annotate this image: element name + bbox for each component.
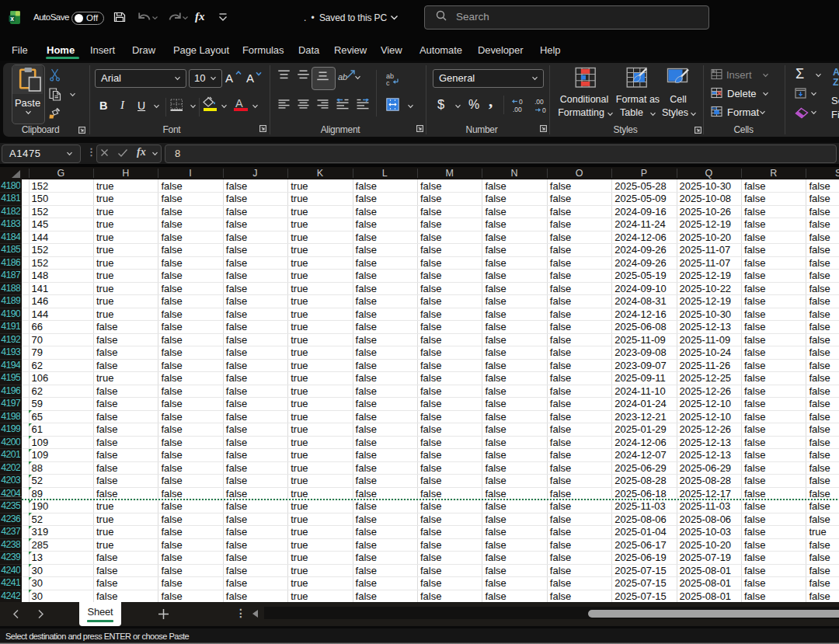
svg-text:c: c	[386, 79, 390, 86]
svg-text:0: 0	[519, 98, 523, 106]
svg-text:.00: .00	[513, 106, 522, 113]
svg-text:x: x	[10, 15, 14, 23]
